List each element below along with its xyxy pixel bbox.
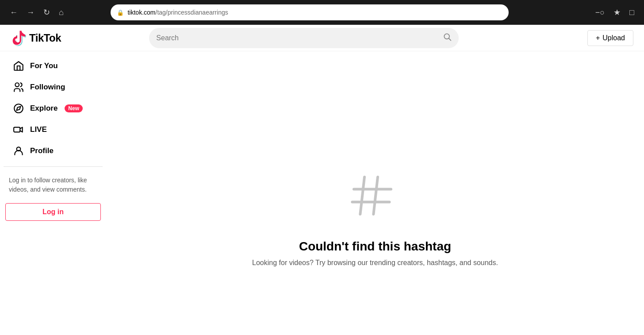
people-icon bbox=[12, 81, 25, 93]
tiktok-logo-icon bbox=[11, 30, 27, 46]
bookmark-button[interactable]: ★ bbox=[611, 6, 623, 19]
address-bar[interactable]: 🔒 tiktok.com/tag/princessdianaearrings bbox=[111, 4, 509, 20]
sidebar-item-following[interactable]: Following bbox=[4, 77, 103, 97]
app-header: TikTok + Upload bbox=[0, 25, 644, 51]
video-icon bbox=[12, 124, 25, 135]
svg-marker-4 bbox=[16, 106, 20, 110]
sidebar-item-for-you[interactable]: For You bbox=[4, 56, 103, 76]
svg-line-8 bbox=[373, 177, 378, 214]
address-text: tiktok.com/tag/princessdianaearrings bbox=[127, 9, 502, 16]
profile-label: Profile bbox=[30, 146, 54, 155]
live-label: LIVE bbox=[30, 125, 47, 134]
app-body: For You Following Explore bbox=[0, 25, 644, 335]
browser-actions: −○ ★ □ bbox=[593, 6, 637, 19]
sidebar-item-explore[interactable]: Explore New bbox=[4, 98, 103, 119]
logo-text: TikTok bbox=[29, 32, 61, 44]
login-button[interactable]: Log in bbox=[5, 203, 101, 221]
search-icon[interactable] bbox=[443, 32, 452, 43]
browser-nav-buttons: ← → ↻ ⌂ bbox=[7, 7, 66, 18]
house-icon bbox=[12, 60, 25, 72]
upload-plus-icon: + bbox=[596, 34, 600, 42]
browser-chrome: ← → ↻ ⌂ 🔒 tiktok.com/tag/princessdianaea… bbox=[0, 0, 644, 25]
svg-rect-5 bbox=[14, 127, 20, 132]
upload-label: Upload bbox=[602, 34, 625, 42]
lock-icon: 🔒 bbox=[117, 9, 124, 16]
svg-line-7 bbox=[360, 177, 364, 214]
reload-button[interactable]: ↻ bbox=[41, 7, 53, 18]
explore-label: Explore bbox=[30, 104, 58, 113]
back-button[interactable]: ← bbox=[7, 7, 20, 18]
svg-point-3 bbox=[14, 104, 23, 113]
search-bar-container bbox=[149, 28, 459, 48]
login-prompt-text: Log in to follow creators, like videos, … bbox=[0, 172, 106, 198]
sidebar-item-live[interactable]: LIVE bbox=[4, 119, 103, 140]
sidebar-divider bbox=[4, 166, 103, 167]
not-found-subtitle: Looking for videos? Try browsing our tre… bbox=[252, 259, 498, 267]
for-you-label: For You bbox=[30, 62, 58, 70]
svg-point-2 bbox=[15, 83, 19, 87]
window-button[interactable]: □ bbox=[627, 6, 637, 19]
compass-icon bbox=[12, 103, 25, 114]
main-content: Couldn't find this hashtag Looking for v… bbox=[106, 76, 644, 335]
sidebar: For You Following Explore bbox=[0, 51, 106, 335]
home-button[interactable]: ⌂ bbox=[56, 7, 66, 18]
svg-line-1 bbox=[449, 39, 451, 41]
explore-new-badge: New bbox=[65, 104, 83, 112]
following-label: Following bbox=[30, 83, 65, 92]
search-bar[interactable] bbox=[149, 28, 459, 48]
person-icon bbox=[12, 145, 25, 157]
upload-button[interactable]: + Upload bbox=[587, 30, 633, 46]
not-found-title: Couldn't find this hashtag bbox=[299, 239, 451, 254]
sidebar-item-profile[interactable]: Profile bbox=[4, 141, 103, 161]
logo-link[interactable]: TikTok bbox=[11, 30, 81, 46]
search-input[interactable] bbox=[156, 34, 439, 42]
forward-button[interactable]: → bbox=[24, 7, 37, 18]
hashtag-icon bbox=[349, 169, 402, 229]
zoom-out-button[interactable]: −○ bbox=[593, 6, 607, 19]
